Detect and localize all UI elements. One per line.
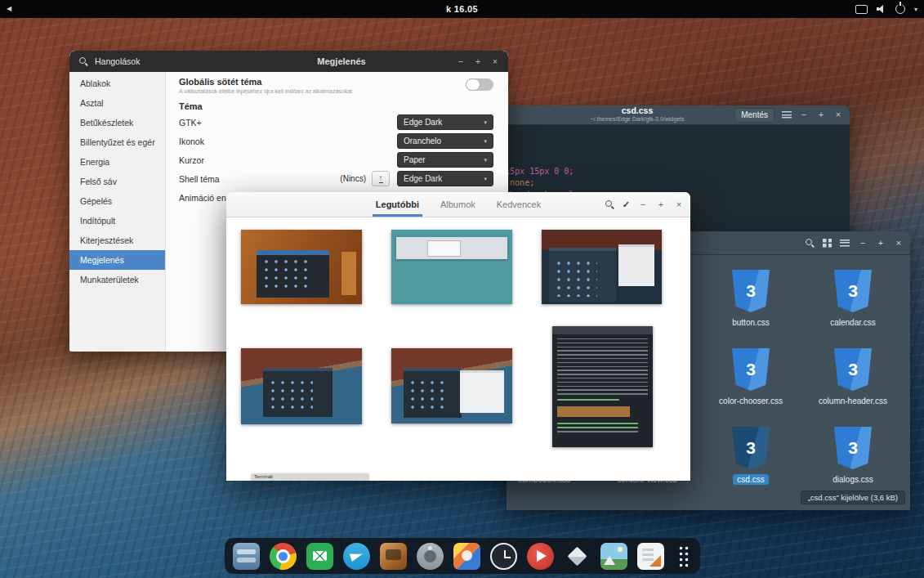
thumbnail-desktop-dark[interactable] xyxy=(542,230,662,304)
setting-row-gtk: GTK+Edge Dark▾ xyxy=(179,113,493,132)
setting-row-shell-t-ma: Shell téma(Nincs)↑Edge Dark▾ xyxy=(179,169,493,188)
tab-legut-bbi[interactable]: Legutóbbi xyxy=(373,192,422,217)
editor-subtitle: ~/.themes/Edge Dark/gtk-3.0/widgets xyxy=(580,115,694,123)
game-2-icon[interactable] xyxy=(453,543,480,570)
robot-icon[interactable] xyxy=(417,543,444,570)
minimize-button[interactable]: − xyxy=(456,57,466,66)
maximize-button[interactable]: + xyxy=(876,239,886,248)
clock-icon[interactable] xyxy=(490,543,517,570)
apps-grid-icon xyxy=(677,544,689,567)
dropdown-value: Edge Dark xyxy=(404,118,442,127)
sidebar-item-bet-k-szletek[interactable]: Betűkészletek xyxy=(69,113,165,132)
thumbnail-desktop-coast-2[interactable] xyxy=(391,348,512,423)
sidebar-item-ablakok[interactable]: Ablakok xyxy=(69,74,165,93)
sidebar-item-munkater-letek[interactable]: Munkaterületek xyxy=(69,270,165,289)
app-label: Hangolások xyxy=(95,56,140,66)
green-app-icon[interactable] xyxy=(306,543,333,570)
menu-icon[interactable] xyxy=(840,240,850,247)
mini-window xyxy=(460,370,503,414)
top-bar: ◀ k 16.05 ▾ xyxy=(0,0,924,18)
images-icon[interactable] xyxy=(600,543,627,570)
close-button[interactable]: × xyxy=(674,200,684,209)
mini-window xyxy=(404,368,462,418)
close-button[interactable]: × xyxy=(490,57,500,66)
tab-kedvencek[interactable]: Kedvencek xyxy=(493,192,544,217)
editor-controls: Mentés − + × xyxy=(734,105,843,124)
sidebar-item-kiterjeszt-sek[interactable]: Kiterjesztések xyxy=(69,231,165,250)
clock[interactable]: k 16.05 xyxy=(446,4,478,14)
css-file-icon: 3 xyxy=(834,427,872,469)
close-button[interactable]: × xyxy=(833,110,843,119)
sidebar-item-fels-s-v[interactable]: Felső sáv xyxy=(69,172,165,191)
maximize-button[interactable]: + xyxy=(656,200,666,209)
setting-label: Shell téma xyxy=(179,174,340,184)
upload-icon: ↑ xyxy=(379,174,383,183)
dark-theme-toggle[interactable] xyxy=(466,78,493,91)
shell-extra: (Nincs)↑ xyxy=(340,171,390,186)
sidebar-item-ind-t-pult[interactable]: Indítópult xyxy=(69,211,165,231)
code-fragment: 15px 15px 0 0; xyxy=(500,167,574,176)
file-item-dialogs-css[interactable]: 3dialogs.css xyxy=(808,427,898,488)
thumbnail-desktop-teal[interactable] xyxy=(391,230,512,304)
telegram-icon[interactable] xyxy=(343,543,370,570)
maximize-button[interactable]: + xyxy=(816,110,826,119)
setting-label: Ikonok xyxy=(179,137,397,146)
search-icon[interactable] xyxy=(79,57,88,66)
writer-icon[interactable] xyxy=(637,543,664,570)
grid-view-icon[interactable] xyxy=(823,239,832,248)
upload-theme-button[interactable]: ↑ xyxy=(372,171,390,186)
chevron-down-icon[interactable]: ▾ xyxy=(914,6,917,13)
editor-title: csd.css xyxy=(580,106,694,115)
dark-theme-row: Globális sötét téma A változtatások élet… xyxy=(179,77,493,100)
power-icon[interactable] xyxy=(895,4,905,14)
thumbnail-desktop-coast-1[interactable] xyxy=(241,348,362,424)
sidebar-item-billenty-zet-s-eg-r[interactable]: Billentyűzet és egér xyxy=(69,132,165,152)
chevron-down-icon: ▾ xyxy=(484,138,487,145)
picker-grid: Terminál xyxy=(226,217,690,481)
shell-t-ma-dropdown[interactable]: Edge Dark▾ xyxy=(397,171,493,186)
file-name: csd.css xyxy=(733,474,768,485)
search-icon[interactable] xyxy=(806,239,815,248)
close-button[interactable]: × xyxy=(894,239,904,248)
file-item-column-header-css[interactable]: 3column-header.css xyxy=(808,348,898,410)
file-item-button-css[interactable]: 3button.css xyxy=(706,270,796,331)
chrome-icon[interactable] xyxy=(270,543,297,570)
file-item-calendar-css[interactable]: 3calendar.css xyxy=(808,270,898,331)
file-name: dialogs.css xyxy=(828,474,877,485)
volume-icon[interactable] xyxy=(877,4,886,14)
thumbnail-desktop-orange[interactable] xyxy=(241,230,362,304)
sidebar-item-g-pel-s[interactable]: Gépelés xyxy=(69,191,165,211)
file-item-color-chooser-css[interactable]: 3color-chooser.css xyxy=(706,348,796,410)
thumbnail-terminal[interactable] xyxy=(552,326,653,447)
dock xyxy=(225,538,700,574)
file-name: calendar.css xyxy=(826,317,880,328)
sidebar-item-asztal[interactable]: Asztal xyxy=(69,93,165,113)
game-1-icon[interactable] xyxy=(380,543,407,570)
minimize-button[interactable]: − xyxy=(799,110,809,119)
gtk-dropdown[interactable]: Edge Dark▾ xyxy=(397,114,493,130)
minimize-button[interactable]: − xyxy=(858,239,868,248)
thumbnail-partial[interactable]: Terminál xyxy=(252,473,368,481)
select-check-icon[interactable]: ✓ xyxy=(623,199,630,210)
diamond-icon[interactable] xyxy=(564,543,591,570)
search-icon[interactable] xyxy=(605,200,614,209)
file-item-csd-css[interactable]: 3csd.css xyxy=(706,427,796,488)
minimize-button[interactable]: − xyxy=(638,200,648,209)
kurzor-dropdown[interactable]: Paper▾ xyxy=(397,152,493,168)
maximize-button[interactable]: + xyxy=(473,57,483,66)
menu-icon[interactable] xyxy=(782,111,792,119)
selection-status: „csd.css” kijelölve (3,6 kB) xyxy=(801,491,905,504)
code-line: : 15px 15px 0 0; xyxy=(495,166,850,177)
files-icon[interactable] xyxy=(233,543,260,570)
media-red-icon[interactable] xyxy=(527,543,554,570)
display-icon[interactable] xyxy=(855,5,868,14)
tab-albumok[interactable]: Albumok xyxy=(437,192,479,217)
ikonok-dropdown[interactable]: Oranchelo▾ xyxy=(397,133,493,149)
back-arrow-icon[interactable]: ◀ xyxy=(7,0,11,18)
toggle-knob xyxy=(466,78,480,91)
code-fragment: none; xyxy=(505,178,534,187)
save-button[interactable]: Mentés xyxy=(734,108,774,123)
sidebar-item-megjelen-s[interactable]: Megjelenés xyxy=(69,250,165,270)
show-apps-button[interactable] xyxy=(674,543,692,570)
sidebar-item-energia[interactable]: Energia xyxy=(69,152,165,172)
